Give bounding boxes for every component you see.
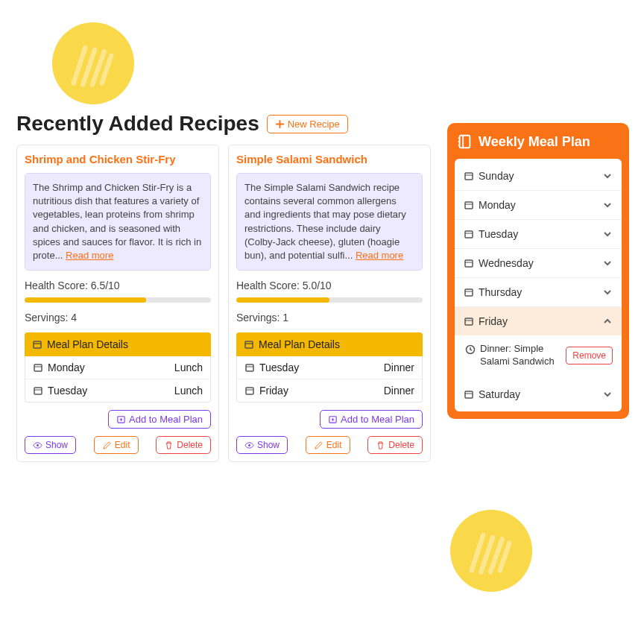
svg-rect-10 [460,136,470,148]
chevron-down-icon [602,287,613,297]
svg-rect-11 [465,173,473,180]
svg-rect-12 [465,202,473,209]
chevron-down-icon [602,171,613,181]
recipe-description: The Shrimp and Chicken Stir-Fry is a nut… [25,173,211,271]
add-to-meal-plan-button[interactable]: Add to Meal Plan [108,410,211,429]
week-day-row-wednesday[interactable]: Wednesday [455,248,622,277]
add-to-meal-plan-button[interactable]: Add to Meal Plan [320,410,423,429]
weekly-meal-plan-title: Weekly Meal Plan [455,130,622,159]
chevron-down-icon [602,200,613,210]
edit-button[interactable]: Edit [306,436,350,454]
recipe-description: The Simple Salami Sandwich recipe contai… [236,173,423,271]
svg-rect-14 [465,260,473,267]
week-day-row-saturday[interactable]: Saturday [455,380,622,408]
health-progress [25,297,211,303]
recipe-card: Simple Salami Sandwich The Simple Salami… [228,145,431,462]
meal-plan-row: Monday Lunch [25,356,210,379]
meal-plan-row: Tuesday Lunch [25,379,210,402]
svg-rect-7 [246,388,253,394]
week-day-row-sunday[interactable]: Sunday [455,162,622,190]
chevron-down-icon [602,229,613,239]
delete-button[interactable]: Delete [367,436,423,454]
svg-rect-0 [34,341,41,348]
recipe-card: Shrimp and Chicken Stir-Fry The Shrimp a… [16,145,219,462]
show-button[interactable]: Show [25,436,76,454]
chevron-down-icon [602,258,613,268]
meal-plan-details-header: Meal Plan Details [236,332,423,356]
meal-plan-details-header: Meal Plan Details [25,332,211,356]
notebook-icon [456,133,473,150]
weekly-meal-plan-panel: Weekly Meal Plan Sunday Monday Tuesday W… [447,123,629,419]
read-more-link[interactable]: Read more [356,250,403,261]
read-more-link[interactable]: Read more [66,250,113,261]
servings: Servings: 1 [236,312,423,323]
week-day-row-friday[interactable]: Friday [455,306,622,335]
health-score: Health Score: 5.0/10 [236,280,423,291]
svg-rect-15 [465,289,473,296]
servings: Servings: 4 [25,312,211,323]
meal-plan-table: Monday Lunch Tuesday Lunch [25,356,211,402]
recipe-title: Simple Salami Sandwich [236,153,423,165]
health-progress [236,297,423,303]
svg-rect-16 [465,318,473,325]
svg-rect-5 [245,341,253,348]
meal-plan-row: Friday Dinner [237,379,422,402]
show-button[interactable]: Show [236,436,288,454]
meal-plan-table: Tuesday Dinner Friday Dinner [236,356,423,402]
friday-meal-entry: Dinner: Simple Salami Sandwich Remove [455,335,622,380]
week-day-row-thursday[interactable]: Thursday [455,277,622,306]
health-score: Health Score: 6.5/10 [25,280,211,291]
page-title: Recently Added Recipes [16,112,259,136]
edit-button[interactable]: Edit [94,436,139,454]
svg-rect-6 [246,364,253,371]
decorative-scribble [52,22,134,104]
svg-point-9 [248,444,250,446]
remove-button[interactable]: Remove [566,347,613,364]
clock-icon [465,344,476,355]
new-recipe-button[interactable]: New Recipe [267,115,348,133]
svg-rect-18 [465,391,473,398]
meal-plan-row: Tuesday Dinner [237,356,422,379]
delete-button[interactable]: Delete [156,436,211,454]
decorative-scribble [450,510,532,592]
recipe-title: Shrimp and Chicken Stir-Fry [25,153,211,165]
week-day-row-monday[interactable]: Monday [455,190,622,219]
svg-rect-13 [465,231,473,238]
svg-rect-1 [34,364,42,371]
week-day-row-tuesday[interactable]: Tuesday [455,219,622,248]
chevron-up-icon [602,316,613,326]
svg-rect-2 [34,388,42,394]
new-recipe-label: New Recipe [288,119,340,130]
chevron-down-icon [602,389,613,400]
svg-point-4 [37,444,39,446]
